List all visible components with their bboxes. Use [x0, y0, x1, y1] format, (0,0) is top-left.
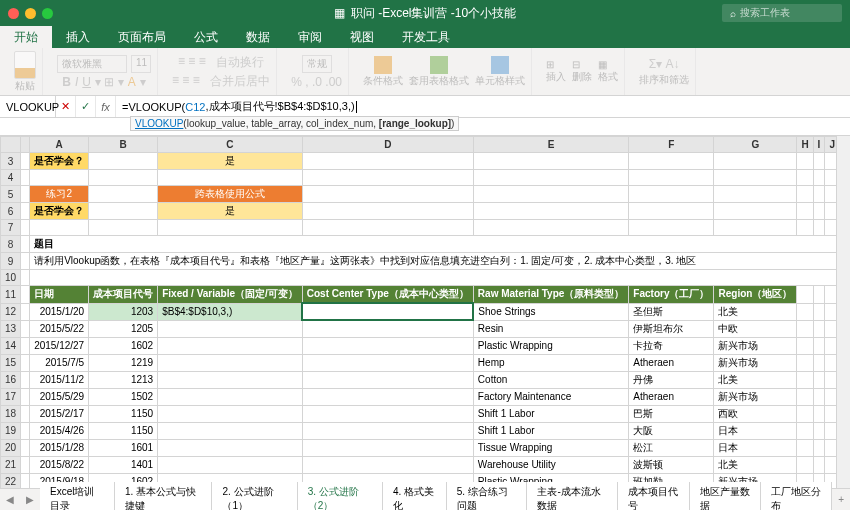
col-header[interactable]: B [89, 137, 158, 153]
table-row[interactable]: 182015/2/171150Shift 1 Labor巴斯西欧 [1, 405, 851, 422]
editing-group: Σ▾ A↓ 排序和筛选 [633, 48, 696, 95]
col-header[interactable]: H [797, 137, 813, 153]
col-header[interactable]: I [813, 137, 825, 153]
sheet-tab[interactable]: 地区产量数据 [690, 482, 761, 511]
menu-数据[interactable]: 数据 [232, 26, 284, 48]
row-header[interactable]: 7 [1, 220, 21, 236]
table-row[interactable]: 152015/7/51219HempAtheraen新兴市场 [1, 354, 851, 371]
formula-tooltip: VLOOKUP(lookup_value, table_array, col_i… [0, 118, 850, 136]
col-header[interactable]: D [302, 137, 473, 153]
menubar: 开始插入页面布局公式数据审阅视图开发工具 [0, 26, 850, 48]
row-header[interactable]: 5 [1, 186, 21, 203]
number-group: 常规 % , .0 .00 [285, 48, 349, 95]
table-row[interactable]: 122015/1/201203$B$4:$D$10,3,)Shoe String… [1, 303, 851, 320]
formula-input[interactable]: =VLOOKUP(C12,成本项目代号!$B$4:$D$10,3,) [116, 96, 850, 117]
sheet-tab[interactable]: 5. 综合练习问题 [447, 482, 528, 511]
sheet-tabs-bar: ◀ ▶ Excel培训目录1. 基本公式与快捷键2. 公式进阶（1）3. 公式进… [0, 488, 850, 510]
format-button[interactable]: ▦格式 [598, 59, 618, 84]
maximize-icon[interactable] [42, 8, 53, 19]
menu-页面布局[interactable]: 页面布局 [104, 26, 180, 48]
add-sheet-button[interactable]: + [832, 494, 850, 505]
table-row[interactable]: 142015/12/271602Plastic Wrapping卡拉奇新兴市场 [1, 337, 851, 354]
paste-group: 粘贴 [8, 48, 43, 95]
sheet-tab[interactable]: 成本项目代号 [618, 482, 689, 511]
col-header[interactable]: G [714, 137, 797, 153]
col-header[interactable]: C [158, 137, 303, 153]
table-row[interactable]: 172015/5/291502Factory MaintenanceAthera… [1, 388, 851, 405]
menu-公式[interactable]: 公式 [180, 26, 232, 48]
table-header[interactable]: Raw Material Type（原料类型） [473, 286, 629, 304]
vertical-scrollbar[interactable] [836, 136, 850, 488]
table-header[interactable]: 日期 [30, 286, 89, 304]
sheet-tab[interactable]: 2. 公式进阶（1） [212, 482, 297, 511]
document-title: ▦ 职问 -Excel集训营 -10个小技能 [334, 5, 516, 22]
cell-style-button[interactable]: 单元格样式 [475, 56, 525, 88]
accept-formula-button[interactable]: ✓ [76, 96, 96, 117]
sheet-tab[interactable]: 工厂地区分布 [761, 482, 832, 511]
titlebar: ▦ 职问 -Excel集训营 -10个小技能 ⌕ 搜索工作表 [0, 0, 850, 26]
name-box[interactable]: VLOOKUP [0, 96, 56, 117]
window-controls [0, 8, 53, 19]
menu-审阅[interactable]: 审阅 [284, 26, 336, 48]
table-row[interactable]: 212015/8/221401Warehouse Utility波斯顿北美 [1, 456, 851, 473]
worksheet[interactable]: ABCDEFGHIJKLM3是否学会？是45练习2跨表格使用公式6是否学会？是7… [0, 136, 850, 510]
align-group: ≡ ≡ ≡ 自动换行 ≡ ≡ ≡ 合并后居中 [166, 48, 277, 95]
insert-button[interactable]: ⊞插入 [546, 59, 566, 84]
search-icon: ⌕ [730, 8, 736, 19]
col-header[interactable]: E [473, 137, 629, 153]
search-input[interactable]: ⌕ 搜索工作表 [722, 4, 842, 22]
fx-button[interactable]: fx [96, 96, 116, 117]
tab-prev-button[interactable]: ◀ [0, 494, 20, 505]
row-header[interactable]: 3 [1, 153, 21, 170]
sheet-tab[interactable]: 3. 公式进阶（2） [298, 482, 383, 511]
row-header[interactable]: 4 [1, 170, 21, 186]
table-row[interactable]: 202015/1/281601Tissue Wrapping松江日本 [1, 439, 851, 456]
sheet-tab[interactable]: 4. 格式美化 [383, 482, 447, 511]
close-icon[interactable] [8, 8, 19, 19]
table-row[interactable]: 132015/5/221205Resin伊斯坦布尔中欧 [1, 320, 851, 337]
cancel-formula-button[interactable]: ✕ [56, 96, 76, 117]
font-group: 微软雅黑11 B I U ▾ ⊞ ▾ A▾ [51, 48, 158, 95]
styles-group: 条件格式 套用表格格式 单元格样式 [357, 48, 532, 95]
table-header[interactable]: Region（地区） [714, 286, 797, 304]
sheet-tab[interactable]: 主表-成本流水数据 [527, 482, 618, 511]
minimize-icon[interactable] [25, 8, 36, 19]
table-row[interactable]: 192015/4/261150Shift 1 Labor大阪日本 [1, 422, 851, 439]
menu-开始[interactable]: 开始 [0, 26, 52, 48]
sheet-tab[interactable]: 1. 基本公式与快捷键 [115, 482, 212, 511]
menu-插入[interactable]: 插入 [52, 26, 104, 48]
table-header[interactable]: 成本项目代号 [89, 286, 158, 304]
row-header[interactable]: 6 [1, 203, 21, 220]
menu-视图[interactable]: 视图 [336, 26, 388, 48]
cells-group: ⊞插入 ⊟删除 ▦格式 [540, 48, 625, 95]
tab-next-button[interactable]: ▶ [20, 494, 40, 505]
excel-icon: ▦ [334, 6, 345, 20]
formula-bar: VLOOKUP ✕ ✓ fx =VLOOKUP(C12,成本项目代号!$B$4:… [0, 96, 850, 118]
sheet-tab[interactable]: Excel培训目录 [40, 482, 115, 511]
delete-button[interactable]: ⊟删除 [572, 59, 592, 84]
table-header[interactable]: Fixed / Variable（固定/可变） [158, 286, 303, 304]
table-header[interactable]: Cost Center Type（成本中心类型） [302, 286, 473, 304]
paste-icon[interactable] [14, 51, 36, 79]
table-row[interactable]: 162015/11/21213Cotton丹佛北美 [1, 371, 851, 388]
menu-开发工具[interactable]: 开发工具 [388, 26, 464, 48]
ribbon: 粘贴 微软雅黑11 B I U ▾ ⊞ ▾ A▾ ≡ ≡ ≡ 自动换行 ≡ ≡ … [0, 48, 850, 96]
col-header[interactable]: A [30, 137, 89, 153]
cond-format-button[interactable]: 条件格式 [363, 56, 403, 88]
col-header[interactable]: F [629, 137, 714, 153]
table-format-button[interactable]: 套用表格格式 [409, 56, 469, 88]
table-header[interactable]: Factory（工厂） [629, 286, 714, 304]
